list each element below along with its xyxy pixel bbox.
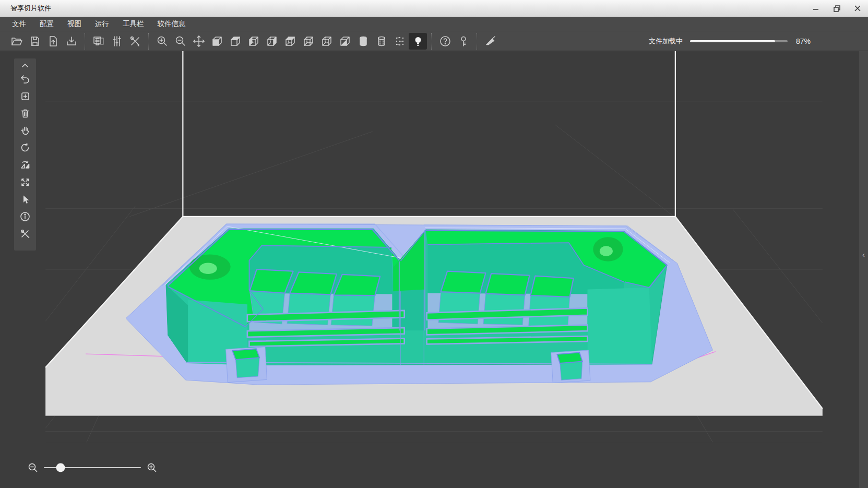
export-model-button[interactable] [62, 33, 80, 50]
select-cursor-button[interactable] [16, 191, 34, 208]
view-front-cube-button[interactable] [208, 33, 226, 50]
left-toolbox [14, 58, 36, 251]
sliders-icon [111, 35, 123, 47]
progress-fill [690, 40, 775, 42]
points-icon [394, 35, 406, 47]
mirror-flip-icon [19, 159, 31, 171]
cube-top-icon [284, 35, 296, 47]
right-panel-strip[interactable]: ‹ [859, 51, 868, 488]
zoom-out-mini-icon[interactable] [27, 462, 39, 473]
help-button[interactable] [436, 33, 454, 50]
view-wireframe-cube-button[interactable] [317, 33, 336, 50]
menu-view[interactable]: 视图 [61, 17, 88, 31]
pan-move-button[interactable] [189, 33, 208, 50]
toolbar: 文件加载中 87% [0, 31, 868, 51]
cylinder-wireframe-icon [375, 35, 388, 47]
model[interactable] [162, 224, 673, 365]
cylinder-wireframe-button[interactable] [372, 33, 390, 50]
key-icon [457, 35, 470, 47]
pan-hand-button[interactable] [16, 122, 34, 139]
machine-settings-button[interactable] [89, 33, 108, 50]
progress-bar [690, 40, 788, 42]
info-icon [19, 211, 31, 222]
download-tray-icon [65, 35, 78, 47]
tools-button[interactable] [126, 33, 144, 50]
rotate-ccw-icon [19, 142, 31, 153]
restore-icon [834, 5, 840, 12]
zoom-slider-thumb[interactable] [56, 463, 65, 472]
view-right-cube-button[interactable] [263, 33, 281, 50]
import-model-button[interactable] [44, 33, 62, 50]
small-cube-right[interactable] [551, 350, 590, 383]
mirror-button[interactable] [16, 156, 34, 173]
license-key-button[interactable] [454, 33, 472, 50]
window-controls [805, 0, 868, 17]
model-info-button[interactable] [16, 208, 34, 225]
viewport-3d[interactable]: ‹ [0, 51, 868, 488]
minimize-button[interactable] [805, 0, 826, 17]
cylinder-solid-button[interactable] [354, 33, 372, 50]
view-left-cube-button[interactable] [244, 33, 263, 50]
point-cloud-button[interactable] [390, 33, 409, 50]
titlebar: 智享切片软件 [0, 0, 868, 17]
undo-arrow-icon [19, 73, 31, 85]
light-bulb-icon [412, 35, 424, 47]
view-section-cube-button[interactable] [336, 33, 354, 50]
view-bottom-cube-button[interactable] [299, 33, 317, 50]
toolbar-separator [431, 33, 432, 50]
close-button[interactable] [847, 0, 868, 17]
zoom-out-button[interactable] [171, 33, 189, 50]
minimize-icon [813, 5, 819, 11]
expand-arrows-icon [19, 176, 31, 188]
save-icon [29, 35, 41, 47]
save-file-button[interactable] [26, 33, 44, 50]
cube-wireframe-icon [320, 35, 333, 47]
view-back-cube-button[interactable] [226, 33, 244, 50]
zoom-in-mini-icon[interactable] [146, 462, 158, 473]
light-toggle-button[interactable] [409, 33, 427, 50]
view-top-cube-button[interactable] [281, 33, 299, 50]
zoom-slider-track[interactable] [44, 467, 141, 468]
restore-button[interactable] [826, 0, 847, 17]
toolbar-separator [148, 33, 149, 50]
zoom-slider-bar [27, 461, 158, 474]
cube-right-icon [266, 35, 278, 47]
undo-button[interactable] [16, 70, 34, 87]
panel-expand-chevron[interactable]: ‹ [862, 251, 865, 258]
rotate-button[interactable] [16, 139, 34, 156]
chevron-up-icon [20, 62, 30, 68]
progress-percent: 87% [796, 37, 811, 45]
menu-run[interactable]: 运行 [88, 17, 116, 31]
toolbar-separator [85, 33, 85, 50]
open-file-button[interactable] [7, 33, 26, 50]
duplicate-model-button[interactable] [16, 87, 34, 104]
toolbox-collapse-button[interactable] [16, 61, 34, 70]
print-parameters-button[interactable] [108, 33, 126, 50]
wrench-screwdriver-icon [129, 35, 141, 47]
circular-boss-left [189, 254, 231, 279]
knife-icon [484, 35, 497, 47]
repair-tools-button[interactable] [16, 225, 34, 242]
small-cube-left[interactable] [226, 347, 267, 383]
menu-file[interactable]: 文件 [5, 17, 33, 31]
menubar: 文件 配置 视图 运行 工具栏 软件信息 [0, 17, 868, 31]
cube-half-icon [339, 35, 351, 47]
cursor-icon [19, 194, 31, 205]
file-import-icon [47, 35, 60, 47]
load-progress: 文件加载中 87% [649, 37, 868, 46]
cylinder-solid-icon [357, 35, 370, 47]
cube-back-icon [229, 35, 242, 47]
machine-icon [92, 35, 105, 47]
knife-cut-button[interactable] [481, 33, 500, 50]
menu-config[interactable]: 配置 [33, 17, 61, 31]
menu-toolbar[interactable]: 工具栏 [116, 17, 151, 31]
delete-model-button[interactable] [16, 104, 34, 122]
hand-icon [19, 125, 31, 136]
open-folder-icon [10, 35, 23, 47]
zoom-out-icon [174, 35, 187, 47]
trash-icon [19, 108, 31, 119]
zoom-in-button[interactable] [153, 33, 171, 50]
cube-left-icon [247, 35, 260, 47]
menu-about[interactable]: 软件信息 [151, 17, 193, 31]
scale-button[interactable] [16, 173, 34, 191]
